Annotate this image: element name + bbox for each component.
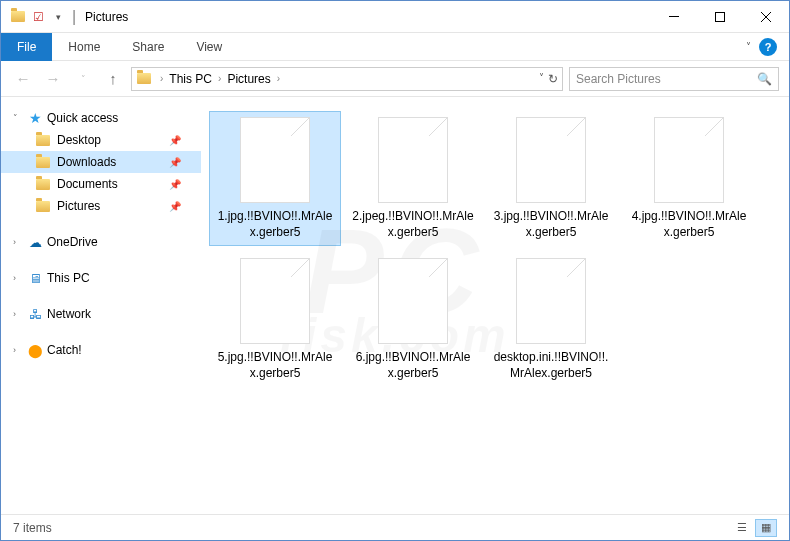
pin-icon: 📌 [169,135,189,146]
file-icon [378,258,448,344]
status-count: 7 items [13,521,52,535]
window-title: Pictures [81,10,128,24]
tab-view[interactable]: View [180,33,238,61]
chevron-down-icon: ˅ [13,113,23,123]
maximize-icon [715,12,725,22]
qat-dropdown-icon[interactable]: ▾ [49,8,67,26]
net-icon: 🖧 [27,306,43,322]
pin-icon: 📌 [169,157,189,168]
sidebar: ˅ ★ Quick access Desktop📌Downloads📌Docum… [1,97,201,507]
maximize-button[interactable] [697,1,743,33]
chevron-right-icon: › [13,309,23,319]
qat-properties-icon[interactable]: ☑ [29,8,47,26]
forward-button[interactable]: → [41,67,65,91]
file-name: 4.jpg.!!BVINO!!.MrAlex.gerber5 [627,209,751,240]
recent-dropdown[interactable]: ˅ [71,67,95,91]
sidebar-item-label: Catch! [47,343,82,357]
title-separator: | [67,8,81,26]
chevron-right-icon: › [13,345,23,355]
pin-icon: 📌 [169,201,189,212]
status-bar: 7 items ☰ ▦ [1,514,789,540]
back-button[interactable]: ← [11,67,35,91]
sidebar-quickaccess[interactable]: ˅ ★ Quick access [1,107,201,129]
breadcrumb-folder-icon [136,71,152,87]
breadcrumb-dropdown-icon[interactable]: ˅ [539,72,544,86]
file-icon [378,117,448,203]
refresh-icon[interactable]: ↻ [548,72,558,86]
address-bar: ← → ˅ ↑ › This PC › Pictures › ˅ ↻ Searc… [1,61,789,97]
sidebar-network[interactable]: ›🖧Network [1,303,201,325]
file-icon [654,117,724,203]
folder-icon [35,132,51,148]
tab-share[interactable]: Share [116,33,180,61]
file-item[interactable]: 5.jpg.!!BVINO!!.MrAlex.gerber5 [209,252,341,387]
file-name: 1.jpg.!!BVINO!!.MrAlex.gerber5 [213,209,337,240]
breadcrumb-pictures[interactable]: Pictures [227,72,270,86]
close-icon [761,12,771,22]
sidebar-item-label: This PC [47,271,90,285]
file-item[interactable]: 4.jpg.!!BVINO!!.MrAlex.gerber5 [623,111,755,246]
sidebar-quickaccess-label: Quick access [47,111,118,125]
file-item[interactable]: 1.jpg.!!BVINO!!.MrAlex.gerber5 [209,111,341,246]
chevron-right-icon[interactable]: › [273,73,284,84]
sidebar-item-documents[interactable]: Documents📌 [1,173,201,195]
chevron-right-icon[interactable]: › [214,73,225,84]
file-tab[interactable]: File [1,33,52,61]
view-icons-button[interactable]: ▦ [755,519,777,537]
search-icon: 🔍 [757,72,772,86]
help-icon[interactable]: ? [759,38,777,56]
minimize-icon [669,16,679,17]
pin-icon: 📌 [169,179,189,190]
search-placeholder: Search Pictures [576,72,661,86]
file-icon [240,258,310,344]
folder-icon [35,176,51,192]
file-item[interactable]: desktop.ini.!!BVINO!!.MrAlex.gerber5 [485,252,617,387]
sidebar-item-downloads[interactable]: Downloads📌 [1,151,201,173]
breadcrumb[interactable]: › This PC › Pictures › ˅ ↻ [131,67,563,91]
svg-rect-1 [716,12,725,21]
search-input[interactable]: Search Pictures 🔍 [569,67,779,91]
sidebar-item-label: Network [47,307,91,321]
ribbon-expand-icon[interactable]: ˅ [746,41,751,52]
chevron-right-icon[interactable]: › [156,73,167,84]
ribbon: File Home Share View ˅ ? [1,33,789,61]
folder-icon [35,198,51,214]
file-icon [240,117,310,203]
svg-rect-0 [669,16,679,17]
close-button[interactable] [743,1,789,33]
file-name: 5.jpg.!!BVINO!!.MrAlex.gerber5 [213,350,337,381]
chevron-right-icon: › [13,273,23,283]
sidebar-catch![interactable]: ›⬤Catch! [1,339,201,361]
file-name: desktop.ini.!!BVINO!!.MrAlex.gerber5 [489,350,613,381]
file-name: 2.jpeg.!!BVINO!!.MrAlex.gerber5 [351,209,475,240]
folder-icon [35,154,51,170]
up-button[interactable]: ↑ [101,67,125,91]
breadcrumb-thispc[interactable]: This PC [169,72,212,86]
sidebar-item-pictures[interactable]: Pictures📌 [1,195,201,217]
view-details-button[interactable]: ☰ [731,519,753,537]
sidebar-item-label: Downloads [57,155,116,169]
pc-icon: 🖥 [27,270,43,286]
sidebar-item-desktop[interactable]: Desktop📌 [1,129,201,151]
content-pane[interactable]: 1.jpg.!!BVINO!!.MrAlex.gerber52.jpeg.!!B… [201,97,789,507]
app-icon [9,8,27,26]
file-icon [516,258,586,344]
titlebar: ☑ ▾ | Pictures [1,1,789,33]
file-item[interactable]: 2.jpeg.!!BVINO!!.MrAlex.gerber5 [347,111,479,246]
file-icon [516,117,586,203]
tab-home[interactable]: Home [52,33,116,61]
sidebar-item-label: Desktop [57,133,101,147]
file-name: 3.jpg.!!BVINO!!.MrAlex.gerber5 [489,209,613,240]
file-item[interactable]: 6.jpg.!!BVINO!!.MrAlex.gerber5 [347,252,479,387]
sidebar-item-label: Pictures [57,199,100,213]
star-icon: ★ [27,110,43,126]
chevron-right-icon: › [13,237,23,247]
sidebar-onedrive[interactable]: ›☁OneDrive [1,231,201,253]
minimize-button[interactable] [651,1,697,33]
sidebar-item-label: Documents [57,177,118,191]
file-item[interactable]: 3.jpg.!!BVINO!!.MrAlex.gerber5 [485,111,617,246]
catch-icon: ⬤ [27,342,43,358]
cloud-icon: ☁ [27,234,43,250]
sidebar-this pc[interactable]: ›🖥This PC [1,267,201,289]
sidebar-item-label: OneDrive [47,235,98,249]
